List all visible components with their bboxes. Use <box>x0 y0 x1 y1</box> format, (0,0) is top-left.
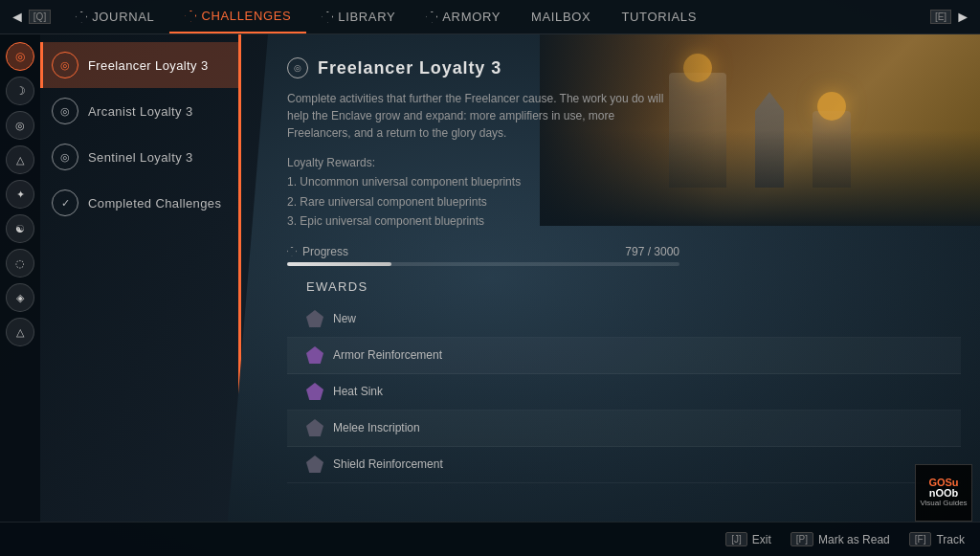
nav-item-challenges[interactable]: CHALLENGES <box>169 0 306 33</box>
challenges-icon <box>185 11 196 22</box>
completed-label: Completed Challenges <box>88 196 221 211</box>
gosu-tagline: Visual Guides <box>920 499 967 508</box>
top-navigation: ◄ [Q] JOURNAL CHALLENGES LIBRARY ARMORY … <box>0 0 980 34</box>
icon-symbol-2: ◎ <box>15 120 25 132</box>
nav-item-journal[interactable]: JOURNAL <box>60 0 169 33</box>
icon-symbol-0: ◎ <box>15 50 25 63</box>
reward-item-0: New <box>287 301 961 338</box>
progress-label: Progress <box>302 245 619 258</box>
nav-item-tutorials[interactable]: TUTORIALS <box>606 0 712 33</box>
gosu-watermark: GOSu nOOb Visual Guides <box>915 464 972 522</box>
detail-title-row: ◎ Freelancer Loyalty 3 <box>287 57 961 78</box>
challenge-list: ◎ Freelancer Loyalty 3 ◎ Arcanist Loyalt… <box>40 34 239 234</box>
freelancer-icon: ◎ <box>52 52 78 78</box>
track-action[interactable]: [F] Track <box>909 532 965 546</box>
reward-name-1: Armor Reinforcement <box>333 348 442 362</box>
mark-read-key: [P] <box>791 532 813 546</box>
sidebar-icon-5[interactable]: ☯ <box>6 214 34 243</box>
mark-read-action[interactable]: [P] Mark as Read <box>791 532 890 546</box>
sidebar-icon-8[interactable]: △ <box>6 318 34 346</box>
icon-symbol-4: ✦ <box>16 189 25 201</box>
library-icon <box>322 11 333 23</box>
detail-title-icon: ◎ <box>287 57 308 78</box>
gosu-bottom-text: nOOb <box>929 488 959 499</box>
rewards-header: EWARDS <box>287 279 961 294</box>
back-arrow-icon: ◄ <box>10 9 25 26</box>
exit-label: Exit <box>752 533 771 546</box>
nav-item-library[interactable]: LIBRARY <box>306 0 411 33</box>
sentinel-label: Sentinel Loyalty 3 <box>88 150 193 165</box>
arcanist-label: Arcanist Loyalty 3 <box>88 104 193 119</box>
progress-bar-fill <box>287 262 391 266</box>
progress-section: Progress 797 / 3000 <box>287 245 679 266</box>
sidebar-icon-2[interactable]: ◎ <box>6 111 34 140</box>
reward-gem-2 <box>306 383 323 400</box>
reward-item-4: Shield Reinforcement <box>287 447 961 483</box>
progress-bar-bg <box>287 262 679 266</box>
icon-symbol-5: ☯ <box>15 223 25 235</box>
reward-gem-1 <box>306 346 323 364</box>
challenge-item-arcanist[interactable]: ◎ Arcanist Loyalty 3 <box>40 88 239 134</box>
challenge-item-freelancer[interactable]: ◎ Freelancer Loyalty 3 <box>40 42 239 88</box>
reward-gem-3 <box>306 419 323 436</box>
reward-item-2: Heat Sink <box>287 374 961 411</box>
exit-key: [J] <box>725 532 747 546</box>
icon-symbol-8: △ <box>16 326 24 339</box>
progress-icon <box>287 247 297 256</box>
icon-symbol-6: ◌ <box>15 257 25 270</box>
forward-key: [E] <box>930 10 951 24</box>
reward-name-2: Heat Sink <box>333 385 383 398</box>
nav-item-mailbox[interactable]: MAILBOX <box>516 0 606 33</box>
back-key: [Q] <box>29 10 51 24</box>
reward-gem-4 <box>306 456 323 473</box>
reward-name-3: Melee Inscription <box>333 421 420 434</box>
sidebar-icon-7[interactable]: ◈ <box>6 283 34 312</box>
challenge-item-sentinel[interactable]: ◎ Sentinel Loyalty 3 <box>40 134 239 180</box>
arcanist-icon: ◎ <box>52 98 78 124</box>
reward-item-1: Armor Reinforcement <box>287 338 961 374</box>
nav-item-armory[interactable]: ARMORY <box>411 0 516 33</box>
nav-forward[interactable]: [E] ► <box>921 9 980 26</box>
icon-symbol-7: ◈ <box>16 292 24 304</box>
reward-item-3: Melee Inscription <box>287 411 961 447</box>
challenge-item-completed[interactable]: ✓ Completed Challenges <box>40 180 239 226</box>
sidebar-icon-1[interactable]: ☽ <box>6 77 34 105</box>
mark-read-label: Mark as Read <box>818 533 890 546</box>
detail-rewards-text: Loyalty Rewards: 1. Uncommon universal c… <box>287 153 961 232</box>
sidebar-icon-6[interactable]: ◌ <box>6 249 34 278</box>
freelancer-label: Freelancer Loyalty 3 <box>88 58 209 73</box>
detail-title: Freelancer Loyalty 3 <box>318 58 501 78</box>
exit-action[interactable]: [J] Exit <box>725 532 771 546</box>
detail-panel: ◎ Freelancer Loyalty 3 Complete activiti… <box>268 34 980 483</box>
forward-arrow-icon: ► <box>955 9 970 26</box>
right-panel: ◎ Freelancer Loyalty 3 Complete activiti… <box>268 34 980 522</box>
track-key: [F] <box>909 532 932 546</box>
sidebar-icon-4[interactable]: ✦ <box>6 180 34 209</box>
reward-name-4: Shield Reinforcement <box>333 457 443 471</box>
sentinel-icon: ◎ <box>52 144 78 170</box>
reward-gem-0 <box>306 310 323 327</box>
main-content: ◎ ☽ ◎ △ ✦ ☯ ◌ ◈ △ <box>0 34 980 522</box>
icon-symbol-1: ☽ <box>15 84 26 98</box>
nav-back[interactable]: ◄ [Q] <box>0 9 60 26</box>
progress-header: Progress 797 / 3000 <box>287 245 679 258</box>
reward-name-0: New <box>333 312 356 325</box>
icon-symbol-3: △ <box>16 154 24 167</box>
sidebar: ◎ ☽ ◎ △ ✦ ☯ ◌ ◈ △ <box>0 34 268 522</box>
detail-description: Complete activities that further the Fre… <box>287 90 670 142</box>
completed-icon: ✓ <box>52 189 78 216</box>
progress-value: 797 / 3000 <box>625 245 679 258</box>
sidebar-icon-3[interactable]: △ <box>6 145 34 174</box>
sidebar-icon-column: ◎ ☽ ◎ △ ✦ ☯ ◌ ◈ △ <box>0 34 40 522</box>
track-label: Track <box>936 533 965 546</box>
bottom-bar: [J] Exit [P] Mark as Read [F] Track <box>0 522 980 556</box>
sidebar-icon-0[interactable]: ◎ <box>6 42 34 71</box>
journal-icon <box>76 11 87 23</box>
armory-icon <box>426 11 437 23</box>
